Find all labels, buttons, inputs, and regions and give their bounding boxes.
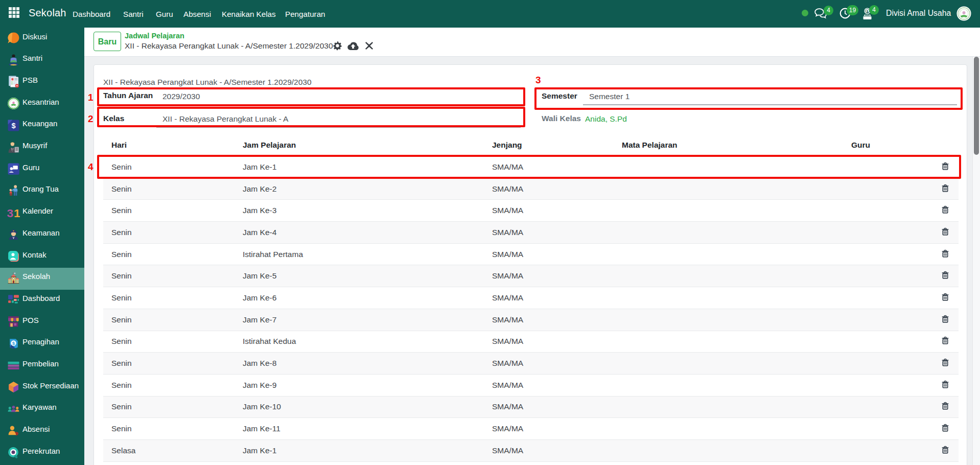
svg-text:$: $ [12,340,15,346]
svg-text:$: $ [11,122,15,130]
svg-text:3: 3 [7,206,13,219]
svg-text:1: 1 [14,206,20,219]
